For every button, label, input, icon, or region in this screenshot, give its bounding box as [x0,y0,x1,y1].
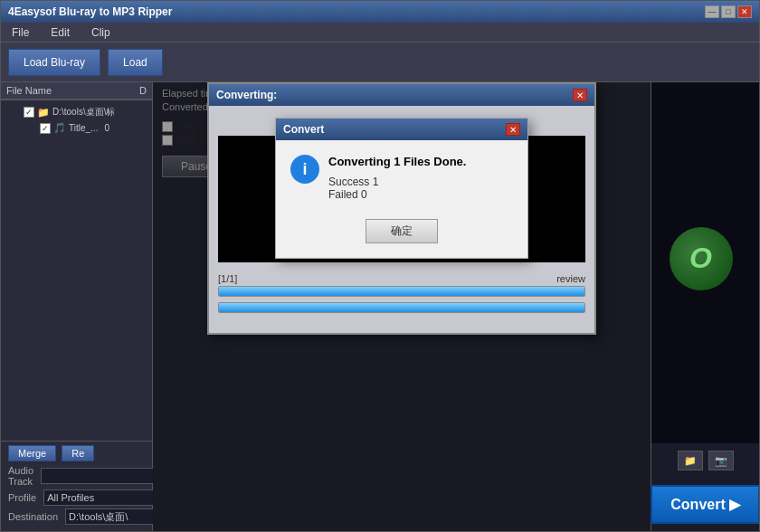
menu-edit[interactable]: Edit [40,24,81,40]
title-controls: — □ ✕ [705,5,752,18]
file-list: ✓ 📁 D:\tools\桌面\标 ✓ 🎵 Title_... 0 [1,100,152,441]
file-item[interactable]: ✓ 🎵 Title_... 0 [5,120,148,136]
done-title: Convert [283,123,324,136]
convert-done-dialog: Convert ✕ i Converting 1 Files Done. [275,118,528,259]
info-icon: i [290,155,319,184]
file-name-header: File Name [1,82,134,100]
toolbar: Load Blu-ray Load [1,43,759,82]
right-panel: O 📁 📷 Convert ▶ [651,82,759,531]
done-dialog-overlay: Convert ✕ i Converting 1 Files Done. [209,82,594,333]
audio-track-label: Audio Track [8,465,33,487]
audio-track-row: Audio Track [8,465,145,487]
app-title: 4Easysof Blu-ray to MP3 Ripper [8,5,172,18]
converting-window: Converting: ✕ Creating File: Title_01.mp… [207,82,596,335]
done-text-area: Converting 1 Files Done. Success 1 Faile… [328,155,466,201]
ok-row: 确定 [290,212,513,243]
left-panel: File Name D ✓ 📁 D:\tools\桌面\标 ✓ 🎵 Title_… [1,82,153,531]
success-label: Success 1 [328,176,466,188]
convert-button[interactable]: Convert ▶ [651,485,759,524]
folder-label: D:\tools\桌面\标 [52,106,115,119]
destination-row: Destination [8,508,145,525]
preview-area: O [651,82,759,443]
preview-control-buttons: 📁 📷 [651,443,759,478]
merge-button[interactable]: Merge [8,445,56,461]
title-bar: 4Easysof Blu-ray to MP3 Ripper — □ ✕ [1,1,759,23]
screenshot-button[interactable]: 📷 [708,451,734,470]
folder-browse-button[interactable]: 📁 [678,451,703,470]
maximize-button[interactable]: □ [721,5,736,18]
minimize-button[interactable]: — [705,5,719,18]
failed-label: Failed 0 [328,188,466,201]
convert-button-area: Convert ▶ [651,478,759,531]
folder-checkbox[interactable]: ✓ [24,107,34,118]
folder-icon: 📁 [37,107,50,119]
convert-arrow-icon: ▶ [729,496,740,513]
done-message-row: i Converting 1 Files Done. Success 1 Fai… [290,155,513,201]
menu-bar: File Edit Clip [1,23,759,43]
menu-file[interactable]: File [1,24,40,40]
main-content: File Name D ✓ 📁 D:\tools\桌面\标 ✓ 🎵 Title_… [1,82,759,531]
close-button[interactable]: ✕ [737,5,752,18]
file-icon: 🎵 [53,122,66,134]
logo-area: O [670,227,742,299]
convert-label: Convert [670,497,725,513]
re-button[interactable]: Re [62,445,94,461]
logo-circle: O [670,227,733,290]
camera-icon: 📷 [715,455,727,467]
done-main-text: Converting 1 Files Done. [328,155,466,168]
bottom-controls: Merge Re Audio Track Profile Destination [1,441,152,531]
destination-label: Destination [8,511,58,522]
load-button[interactable]: Load [108,49,163,76]
folder-icon: 📁 [684,455,697,467]
action-buttons: Merge Re [8,445,145,461]
file-checkbox[interactable]: ✓ [40,123,51,134]
app-window: 4Easysof Blu-ray to MP3 Ripper — □ ✕ Fil… [0,0,760,532]
file-col2-header: D [134,82,152,100]
file-col2: 0 [104,123,109,133]
done-title-bar: Convert ✕ [276,119,527,140]
done-close-button[interactable]: ✕ [506,123,520,136]
profile-label: Profile [8,492,36,503]
converting-overlay: Converting: ✕ Creating File: Title_01.mp… [153,82,651,531]
center-panel: Elapsed time: 00:00:00 / Remaining time:… [153,82,651,531]
load-bluray-button[interactable]: Load Blu-ray [8,49,100,76]
file-label: Title_... [69,123,98,133]
ok-button[interactable]: 确定 [366,219,438,243]
profile-row: Profile [8,489,145,506]
logo-text: O [689,242,712,275]
done-content: i Converting 1 Files Done. Success 1 Fai… [276,140,527,258]
folder-item[interactable]: ✓ 📁 D:\tools\桌面\标 [5,104,148,120]
menu-clip[interactable]: Clip [81,24,121,40]
